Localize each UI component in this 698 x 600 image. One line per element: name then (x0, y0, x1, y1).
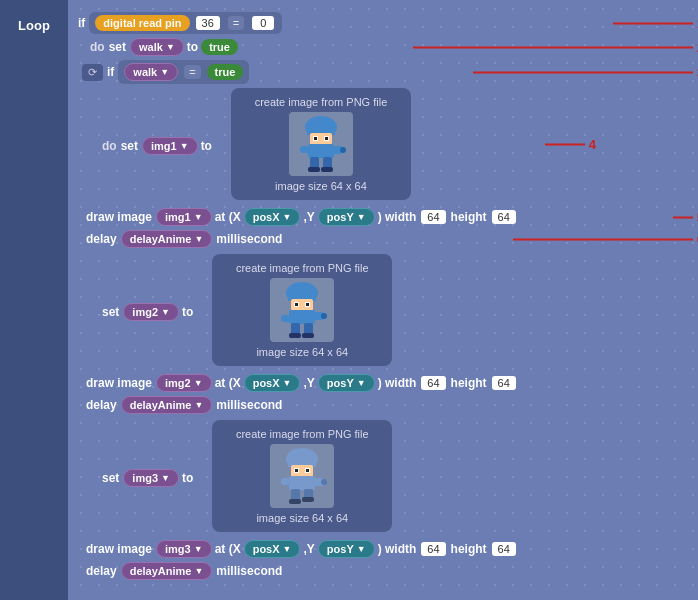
arrow-6: 6 (513, 232, 698, 247)
img1-size-label: image size 64 x 64 (275, 180, 367, 192)
var-img3[interactable]: img3 ▼ (123, 469, 179, 487)
draw-var-2[interactable]: img2 ▼ (156, 374, 212, 392)
svg-rect-25 (281, 315, 291, 322)
posX-2[interactable]: posX ▼ (244, 374, 301, 392)
eq-badge-1[interactable]: = (228, 16, 244, 30)
height-val-3[interactable]: 64 (492, 542, 516, 556)
svg-rect-9 (340, 147, 346, 153)
draw-row-3: draw image img3 ▼ at (X posX ▼ ,Y posY ▼… (86, 540, 690, 558)
img1-section: do set img1 ▼ to create image from PNG f… (94, 88, 690, 204)
draw-label-3: draw image (86, 542, 152, 556)
ms-label-3: millisecond (216, 564, 282, 578)
image-block-1: create image from PNG file (231, 88, 411, 200)
img3-size-label: image size 64 x 64 (256, 512, 348, 524)
svg-rect-5 (314, 137, 317, 140)
if-block-1: digital read pin 36 = 0 (89, 12, 282, 34)
row-1: if digital read pin 36 = 0 1 (78, 12, 690, 34)
draw-row-2: draw image img2 ▼ at (X posX ▼ ,Y posY ▼… (86, 374, 690, 392)
img1-set-row: do set img1 ▼ to create image from PNG f… (102, 88, 690, 204)
ms-label-2: millisecond (216, 398, 282, 412)
svg-rect-43 (289, 499, 301, 504)
do-label-2: do (90, 40, 105, 54)
img2-size-label: image size 64 x 64 (256, 346, 348, 358)
to-label-2: to (187, 40, 198, 54)
image-block-2: create image from PNG file (212, 254, 392, 366)
width-val-2[interactable]: 64 (421, 376, 445, 390)
delay-row-3: delay delayAnime ▼ millisecond (86, 562, 690, 580)
posY-1[interactable]: posY ▼ (318, 208, 375, 226)
paren-1: ) width (378, 210, 417, 224)
at-label-2: at (X (215, 376, 241, 390)
svg-rect-36 (306, 469, 309, 472)
var-walk-3[interactable]: walk ▼ (124, 63, 178, 81)
svg-rect-24 (321, 313, 327, 319)
posY-3[interactable]: posY ▼ (318, 540, 375, 558)
to-label-img2: to (182, 305, 193, 319)
delay-row-2: delay delayAnime ▼ millisecond (86, 396, 690, 414)
y-label-2: ,Y (303, 376, 314, 390)
set-label-img1: set (121, 139, 138, 153)
delay-var-3[interactable]: delayAnime ▼ (121, 562, 213, 580)
draw-var-1[interactable]: img1 ▼ (156, 208, 212, 226)
arrow-3: 3 (473, 65, 698, 80)
val-true-3[interactable]: true (207, 64, 244, 80)
create-label-3: create image from PNG file (236, 428, 369, 440)
set-label-img2: set (102, 305, 119, 319)
sidebar-label: Loop (18, 18, 50, 33)
sidebar: Loop (0, 0, 68, 600)
delay-var-1[interactable]: delayAnime ▼ (121, 230, 213, 248)
height-val-1[interactable]: 64 (492, 210, 516, 224)
posY-2[interactable]: posY ▼ (318, 374, 375, 392)
height-label-3: height (451, 542, 487, 556)
delay-label-1: delay (86, 232, 117, 246)
img3-set-row: set img3 ▼ to create image from PNG file (102, 420, 690, 536)
red-line-6 (513, 238, 693, 240)
svg-rect-40 (281, 478, 291, 485)
set-label-img3: set (102, 471, 119, 485)
ms-label-1: millisecond (216, 232, 282, 246)
y-label-3: ,Y (303, 542, 314, 556)
svg-rect-7 (308, 144, 334, 158)
to-label-img3: to (182, 471, 193, 485)
var-img2[interactable]: img2 ▼ (123, 303, 179, 321)
val-true-2[interactable]: true (201, 39, 238, 55)
at-label-1: at (X (215, 210, 241, 224)
img3-section: set img3 ▼ to create image from PNG file (94, 420, 690, 536)
height-label-2: height (451, 376, 487, 390)
create-label-1: create image from PNG file (255, 96, 388, 108)
pin-number[interactable]: 36 (196, 16, 220, 30)
arrow-4: 4 (545, 137, 596, 152)
width-val-1[interactable]: 64 (421, 210, 445, 224)
red-line-3 (473, 71, 693, 73)
var-img1[interactable]: img1 ▼ (142, 137, 198, 155)
delay-var-2[interactable]: delayAnime ▼ (121, 396, 213, 414)
arrow-2: 2 (413, 40, 698, 55)
img2-set-row: set img2 ▼ to create image from PNG file (102, 254, 690, 370)
eq-badge-3[interactable]: = (184, 65, 200, 79)
val-0[interactable]: 0 (252, 16, 274, 30)
posX-1[interactable]: posX ▼ (244, 208, 301, 226)
draw-var-3[interactable]: img3 ▼ (156, 540, 212, 558)
draw-row-1: draw image img1 ▼ at (X posX ▼ ,Y posY ▼… (86, 208, 690, 226)
width-val-3[interactable]: 64 (421, 542, 445, 556)
red-line-5 (673, 216, 693, 218)
arrow-1: 1 (613, 16, 698, 31)
main-content: if digital read pin 36 = 0 1 do set walk… (68, 0, 698, 598)
svg-rect-21 (306, 303, 309, 306)
arrow-5: 5 (673, 210, 698, 225)
row-3: ⟳ if walk ▼ = true 3 (82, 60, 690, 84)
digital-read-label[interactable]: digital read pin (95, 15, 189, 31)
svg-rect-13 (308, 167, 320, 172)
var-walk-2[interactable]: walk ▼ (130, 38, 184, 56)
img2-preview (270, 278, 334, 342)
create-label-2: create image from PNG file (236, 262, 369, 274)
if-label-3: if (107, 65, 114, 79)
at-label-3: at (X (215, 542, 241, 556)
svg-rect-20 (295, 303, 298, 306)
img1-preview (289, 112, 353, 176)
red-line-2 (413, 46, 693, 48)
height-val-2[interactable]: 64 (492, 376, 516, 390)
arrow-num-4: 4 (589, 137, 596, 152)
megaman-svg-1 (294, 115, 348, 173)
posX-3[interactable]: posX ▼ (244, 540, 301, 558)
